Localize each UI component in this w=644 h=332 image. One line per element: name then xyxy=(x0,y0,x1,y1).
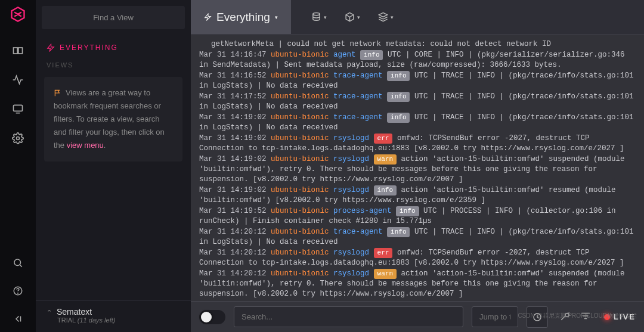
svg-line-7 xyxy=(20,265,22,267)
log-row[interactable]: Mar 31 14:20:12 ubuntu-bionic rsyslogd e… xyxy=(199,248,636,268)
help-icon[interactable] xyxy=(13,286,23,298)
log-row[interactable]: Mar 31 14:16:47 ubuntu-bionic agent info… xyxy=(199,50,636,70)
database-icon xyxy=(311,12,321,22)
everything-label: Everything xyxy=(216,11,270,24)
views-help-card: Views are a great way to bookmark freque… xyxy=(44,77,182,162)
views-heading: VIEWS xyxy=(36,55,191,72)
log-row[interactable]: Mar 31 14:17:52 ubuntu-bionic trace-agen… xyxy=(199,92,636,112)
everything-dropdown[interactable]: Everything ▾ xyxy=(191,0,291,34)
collapse-icon[interactable] xyxy=(13,314,23,326)
log-row[interactable]: Mar 31 14:20:12 ubuntu-bionic trace-agen… xyxy=(199,227,636,247)
log-row[interactable]: Mar 31 14:16:52 ubuntu-bionic trace-agen… xyxy=(199,71,636,91)
everything-label: EVERYTHING xyxy=(60,44,118,52)
log-row[interactable]: Mar 31 14:19:02 ubuntu-bionic rsyslogd e… xyxy=(199,134,636,154)
flag-icon xyxy=(54,89,62,97)
logo-icon[interactable] xyxy=(10,6,26,24)
wrench-icon[interactable] xyxy=(560,311,571,323)
gear-icon[interactable] xyxy=(12,132,24,146)
org-name: Sematext xyxy=(47,307,180,317)
jump-to-time-input[interactable] xyxy=(472,306,518,327)
svg-marker-11 xyxy=(48,44,54,51)
svg-rect-1 xyxy=(14,48,18,54)
clock-icon xyxy=(532,312,542,322)
svg-marker-12 xyxy=(205,14,211,20)
clock-button[interactable] xyxy=(527,306,548,328)
log-row[interactable]: Mar 31 14:19:52 ubuntu-bionic process-ag… xyxy=(199,206,636,226)
log-row[interactable]: Mar 31 14:19:02 ubuntu-bionic trace-agen… xyxy=(199,113,636,133)
layers-dropdown[interactable]: ▾ xyxy=(378,12,394,22)
log-row[interactable]: Mar 31 14:20:12 ubuntu-bionic rsyslogd w… xyxy=(199,269,636,299)
section-title-everything[interactable]: EVERYTHING xyxy=(36,35,191,55)
search-input[interactable] xyxy=(234,306,463,327)
org-trial: TRIAL (11 days left) xyxy=(47,317,180,324)
org-block[interactable]: Sematext TRIAL (11 days left) xyxy=(36,300,191,332)
live-dot-icon xyxy=(604,314,610,320)
main-panel: Everything ▾ ▾ ▾ ▾ getNetworkMeta | coul… xyxy=(191,0,644,332)
svg-point-9 xyxy=(18,293,18,293)
svg-point-5 xyxy=(17,137,20,140)
bolt-icon xyxy=(47,44,55,52)
find-view-button[interactable]: Find a View xyxy=(42,6,185,29)
bottom-bar: LIVE xyxy=(191,301,644,332)
svg-point-6 xyxy=(14,259,21,266)
view-menu-link[interactable]: view menu xyxy=(67,141,104,150)
caret-down-icon: ▾ xyxy=(275,14,278,20)
svg-marker-16 xyxy=(379,13,387,17)
log-row[interactable]: getNetworkMeta | could not get network m… xyxy=(199,39,636,49)
log-row[interactable]: Mar 31 14:19:02 ubuntu-bionic rsyslogd i… xyxy=(199,185,636,206)
database-dropdown[interactable]: ▾ xyxy=(311,12,327,22)
views-help-tail: . xyxy=(104,141,106,150)
search-icon[interactable] xyxy=(13,257,23,270)
svg-rect-3 xyxy=(14,105,23,111)
svg-rect-2 xyxy=(18,48,23,54)
live-toggle[interactable] xyxy=(199,310,225,324)
live-indicator[interactable]: LIVE xyxy=(604,312,636,321)
log-viewer[interactable]: getNetworkMeta | could not get network m… xyxy=(191,35,644,301)
bolt-icon xyxy=(204,13,212,21)
filter-icon[interactable] xyxy=(580,311,591,323)
svg-point-13 xyxy=(313,13,320,15)
topbar: Everything ▾ ▾ ▾ ▾ xyxy=(191,0,644,35)
monitor-icon[interactable] xyxy=(12,103,24,117)
log-row[interactable]: Mar 31 14:19:02 ubuntu-bionic rsyslogd w… xyxy=(199,154,636,185)
cube-dropdown[interactable]: ▾ xyxy=(345,12,360,22)
cube-icon xyxy=(345,12,355,22)
sidebar: Find a View EVERYTHING VIEWS Views are a… xyxy=(36,0,191,332)
icon-sidebar xyxy=(0,0,36,332)
activity-icon[interactable] xyxy=(12,74,24,88)
panels-icon[interactable] xyxy=(12,45,24,58)
layers-icon xyxy=(378,12,388,22)
